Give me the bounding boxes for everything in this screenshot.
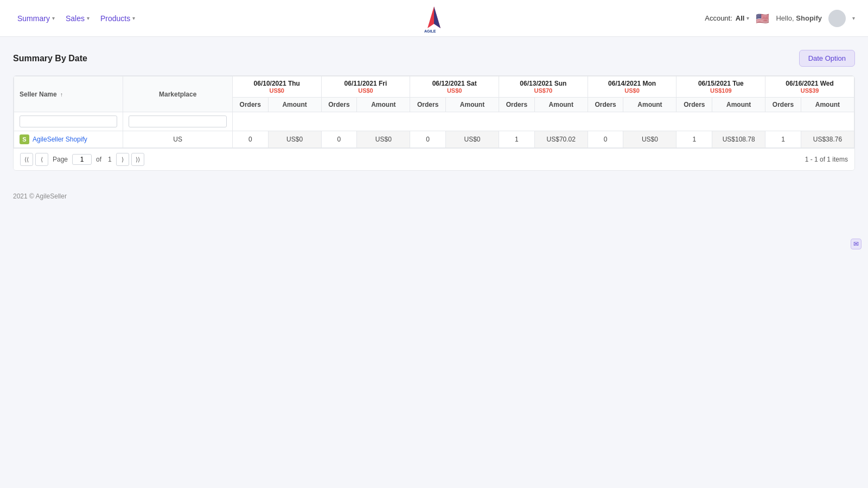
account-value: All — [736, 14, 745, 22]
date-header-4: 06/14/2021 Mon US$0 — [588, 76, 676, 98]
marketplace-cell: US — [123, 131, 232, 148]
summary-table-wrapper: Seller Name ↑ Marketplace 06/10/2021 Thu… — [13, 75, 855, 171]
orders-subheader-5: Orders — [676, 98, 712, 112]
orders-subheader-0: Orders — [232, 98, 268, 112]
seller-name-cell: S AgileSeller Shopify — [14, 131, 123, 148]
orders-cell-4: 0 — [588, 131, 623, 148]
page-title: Summary By Date — [13, 54, 87, 63]
page-header: Summary By Date Date Option — [13, 50, 855, 67]
orders-subheader-1: Orders — [321, 98, 357, 112]
account-chevron-icon: ▾ — [746, 15, 749, 21]
avatar — [828, 10, 846, 27]
footer: 2021 © AgileSeller — [0, 184, 868, 209]
nav-sales[interactable]: Sales ▾ — [61, 11, 94, 26]
filter-spacer — [232, 112, 854, 131]
seller-cell-content: S AgileSeller Shopify — [20, 134, 117, 144]
nav-summary[interactable]: Summary ▾ — [13, 11, 59, 26]
amount-cell-1: US$0 — [357, 131, 410, 148]
orders-cell-6: 1 — [765, 131, 801, 148]
amount-cell-6: US$38.76 — [801, 131, 854, 148]
seller-name-link[interactable]: AgileSeller Shopify — [33, 136, 87, 143]
amount-cell-2: US$0 — [446, 131, 499, 148]
next-page-button[interactable]: ⟩ — [116, 153, 129, 166]
orders-cell-5: 1 — [676, 131, 712, 148]
date-header-5: 06/15/2021 Tue US$109 — [676, 76, 765, 98]
amount-cell-0: US$0 — [268, 131, 321, 148]
nav-products-label: Products — [100, 14, 130, 23]
svg-marker-1 — [434, 7, 441, 28]
nav-right: Account: All ▾ 🇺🇸 Hello, Shopify ▾ — [705, 10, 855, 27]
orders-subheader-6: Orders — [765, 98, 801, 112]
amount-cell-3: US$70.02 — [534, 131, 588, 148]
summary-table: Seller Name ↑ Marketplace 06/10/2021 Thu… — [14, 76, 854, 148]
marketplace-filter-input[interactable] — [129, 115, 226, 127]
nav-summary-label: Summary — [17, 14, 50, 23]
of-label: of — [96, 156, 101, 163]
marketplace-filter-cell[interactable] — [123, 112, 232, 131]
nav-products[interactable]: Products ▾ — [96, 11, 139, 26]
date-header-0: 06/10/2021 Thu US$0 — [232, 76, 321, 98]
amount-subheader-5: Amount — [712, 98, 765, 112]
amount-subheader-3: Amount — [534, 98, 588, 112]
account-label: Account: — [705, 14, 732, 22]
flag-icon: 🇺🇸 — [756, 12, 769, 25]
orders-cell-1: 0 — [321, 131, 357, 148]
svg-text:AGILE: AGILE — [424, 29, 436, 33]
table-row: S AgileSeller Shopify US 0 US$0 0 US$0 0… — [14, 131, 854, 148]
nav-left: Summary ▾ Sales ▾ Products ▾ — [13, 11, 139, 26]
amount-subheader-2: Amount — [446, 98, 499, 112]
seller-filter-cell[interactable] — [14, 112, 123, 131]
amount-subheader-6: Amount — [801, 98, 854, 112]
orders-cell-0: 0 — [232, 131, 268, 148]
marketplace-header: Marketplace — [123, 76, 232, 112]
date-header-6: 06/16/2021 Wed US$39 — [765, 76, 854, 98]
seller-filter-input[interactable] — [20, 115, 117, 127]
prev-page-button[interactable]: ⟨ — [35, 153, 48, 166]
user-chevron-icon: ▾ — [852, 15, 855, 21]
date-option-button[interactable]: Date Option — [799, 50, 855, 67]
orders-cell-2: 0 — [410, 131, 446, 148]
date-header-1: 06/11/2021 Fri US$0 — [321, 76, 410, 98]
orders-subheader-2: Orders — [410, 98, 446, 112]
orders-cell-3: 1 — [499, 131, 535, 148]
last-page-button[interactable]: ⟩⟩ — [131, 153, 144, 166]
chevron-down-icon: ▾ — [87, 15, 90, 21]
amount-subheader-0: Amount — [268, 98, 321, 112]
total-pages: 1 — [108, 156, 112, 163]
items-count: 1 - 1 of 1 items — [805, 156, 848, 163]
filter-row — [14, 112, 854, 131]
hello-text: Hello, Shopify — [776, 14, 822, 22]
chevron-down-icon: ▾ — [132, 15, 135, 21]
main-content: Summary By Date Date Option Seller Name … — [0, 37, 868, 184]
seller-name-header: Seller Name ↑ — [14, 76, 123, 112]
amount-cell-5: US$108.78 — [712, 131, 765, 148]
amount-subheader-1: Amount — [357, 98, 410, 112]
pagination-controls: ⟨⟨ ⟨ Page of 1 ⟩ ⟩⟩ — [20, 153, 144, 166]
chevron-down-icon: ▾ — [52, 15, 55, 21]
shopify-icon: S — [20, 134, 29, 144]
copyright-text: 2021 © AgileSeller — [13, 192, 67, 200]
pagination-row: ⟨⟨ ⟨ Page of 1 ⟩ ⟩⟩ 1 - 1 of 1 items — [14, 148, 854, 170]
navbar: Summary ▾ Sales ▾ Products ▾ AGILE SELLE… — [0, 0, 868, 37]
date-header-2: 06/12/2021 Sat US$0 — [410, 76, 499, 98]
date-header-3: 06/13/2021 Sun US$70 — [499, 76, 588, 98]
orders-subheader-4: Orders — [588, 98, 623, 112]
page-label: Page — [53, 156, 68, 163]
first-page-button[interactable]: ⟨⟨ — [20, 153, 33, 166]
account-dropdown[interactable]: Account: All ▾ — [705, 14, 749, 22]
orders-subheader-3: Orders — [499, 98, 535, 112]
logo: AGILE SELLER — [420, 4, 448, 33]
nav-sales-label: Sales — [66, 14, 85, 23]
amount-subheader-4: Amount — [623, 98, 676, 112]
date-header-row: Seller Name ↑ Marketplace 06/10/2021 Thu… — [14, 76, 854, 98]
page-input[interactable] — [72, 154, 92, 165]
amount-cell-4: US$0 — [623, 131, 676, 148]
